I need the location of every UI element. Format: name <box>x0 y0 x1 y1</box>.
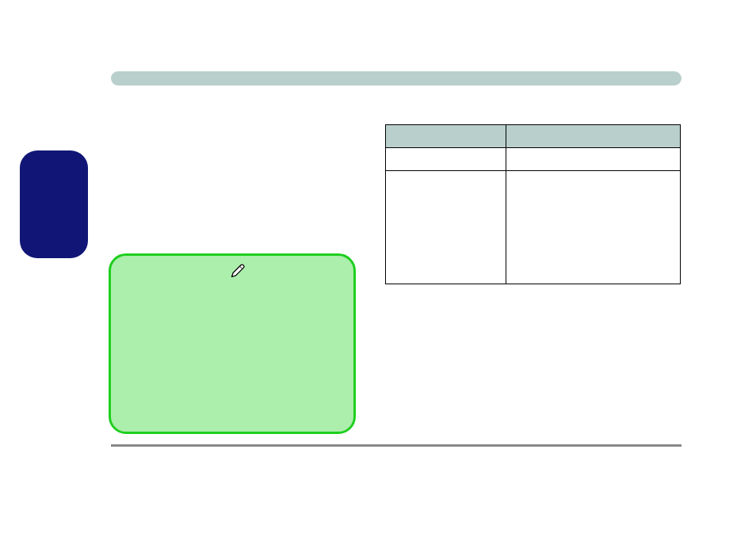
table-row <box>386 148 681 171</box>
table-cell <box>386 171 506 284</box>
table-cell <box>386 148 506 171</box>
data-table <box>385 124 681 284</box>
table-cell <box>506 171 681 284</box>
table-cell <box>506 148 681 171</box>
bottom-rule <box>111 444 682 447</box>
table-header-cell <box>506 125 681 148</box>
table-header-row <box>386 125 681 148</box>
header-bar <box>111 71 682 86</box>
navy-block <box>20 150 88 258</box>
green-panel <box>109 253 356 434</box>
table-header-cell <box>386 125 506 148</box>
pen-icon <box>230 263 246 279</box>
table-row <box>386 171 681 284</box>
